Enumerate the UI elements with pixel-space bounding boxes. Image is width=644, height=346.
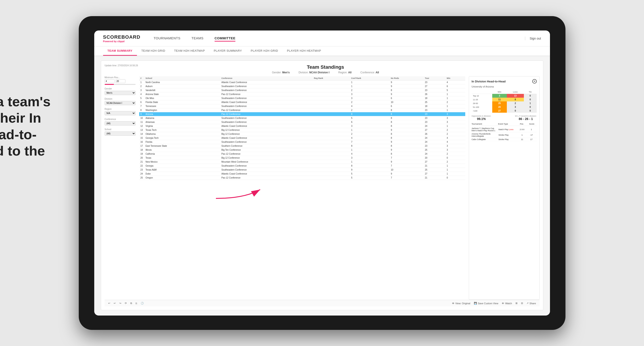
cell-conf: 5 — [350, 176, 389, 180]
cell-win: 4 — [445, 140, 465, 144]
undo2-button[interactable]: ↩ — [114, 302, 116, 305]
cell-reg — [312, 108, 350, 112]
table-row[interactable]: 5 Ole Miss Southeastern Conference 3 6 1… — [139, 96, 465, 100]
grid-button[interactable]: ⊟ — [521, 302, 523, 305]
cell-num: 4 — [139, 92, 144, 96]
h2h-close-button[interactable]: ✕ — [532, 79, 537, 84]
table-row[interactable]: 7 Tennessee Southeastern Conference 4 6 … — [139, 104, 465, 108]
table-row[interactable]: 9 Arizona Pac-12 Conference 8 8 23 3 — [139, 112, 465, 116]
cell-win: 1 — [445, 164, 465, 168]
tab-player-summary[interactable]: PLAYER SUMMARY — [209, 46, 246, 56]
tour-score: 17 — [526, 138, 537, 141]
table-row[interactable]: 25 Oregon Pac-12 Conference 5 7 21 0 — [139, 176, 465, 180]
paste-button[interactable]: ⎘ — [136, 302, 137, 305]
logo-title: SCOREBOARD — [103, 34, 140, 40]
cell-reg — [312, 172, 350, 176]
cell-rnds: 7 — [389, 164, 424, 168]
tab-team-summary[interactable]: TEAM SUMMARY — [103, 46, 137, 56]
tab-player-h2h-heatmap[interactable]: PLAYER H2H HEATMAP — [282, 46, 326, 56]
h2h-stats: Opponents in division: 99.1% W-L-T recor… — [472, 115, 537, 121]
table-row[interactable]: 6 Florida State Atlantic Coast Conferenc… — [139, 100, 465, 104]
table-row[interactable]: 23 Texas A&M Southeastern Conference 9 1… — [139, 168, 465, 172]
redo-button[interactable]: ↪ — [119, 302, 121, 305]
panel-meta: Gender: Men's Division: NCAA Division I … — [138, 71, 513, 74]
tour-pos: 2-3-0 — [519, 128, 525, 131]
h2h-cell-label: Top 10 — [472, 94, 492, 98]
cell-win: 3 — [445, 116, 465, 120]
cell-win: 3 — [445, 112, 465, 116]
sign-out-button[interactable]: Sign out — [525, 37, 541, 40]
table-row[interactable]: 11 Arkansas Southeastern Conference 6 8 … — [139, 120, 465, 124]
cell-conf: 7 — [350, 140, 389, 144]
table-row[interactable]: 18 Illinois Big Ten Conference 1 9 25 3 — [139, 148, 465, 152]
cell-win: 5 — [445, 88, 465, 92]
table-row[interactable]: 16 Florida Southeastern Conference 7 9 2… — [139, 140, 465, 144]
cell-rnds: 8 — [389, 88, 424, 92]
table-row[interactable]: 3 Vanderbilt Southeastern Conference 2 8… — [139, 88, 465, 92]
tab-team-h2h-grid[interactable]: TEAM H2H GRID — [137, 46, 170, 56]
filter-min-rounds-label: Minimum Rou... — [105, 76, 136, 79]
watch-button[interactable]: 👁 Watch — [502, 302, 512, 305]
cell-school: Texas A&M — [144, 168, 220, 172]
cell-num: 10 — [139, 116, 144, 120]
filter-school-select[interactable]: (All) — [105, 132, 136, 136]
cell-tour: 23 — [424, 108, 446, 112]
standings-table: # School Conference Reg Rank Conf Rank N… — [139, 76, 465, 180]
table-row[interactable]: 24 Duke Atlantic Coast Conference 5 9 27… — [139, 172, 465, 176]
table-row[interactable]: 8 Washington Pac-12 Conference 2 8 23 1 — [139, 108, 465, 112]
cell-conf: 3 — [350, 92, 389, 96]
cell-num: 1 — [139, 80, 144, 84]
refresh-button[interactable]: ⟳ — [125, 302, 127, 305]
cell-tour: 23 — [424, 144, 446, 148]
filter-min-rounds: Minimum Rou... — [105, 76, 136, 85]
h2h-row: >100 27 0 0 — [472, 109, 537, 113]
cell-num: 6 — [139, 100, 144, 104]
view-original-button[interactable]: 👁 View: Original — [452, 302, 470, 305]
cell-rnds: 8 — [389, 152, 424, 156]
copy-button[interactable]: ⧉ — [130, 302, 132, 305]
cell-conference: Southeastern Conference — [220, 84, 312, 88]
table-row[interactable]: 13 Texas Tech Big 12 Conference 1 9 27 2 — [139, 128, 465, 132]
nav-teams[interactable]: TEAMS — [191, 35, 203, 41]
table-row[interactable]: 2 Auburn Southeastern Conference 1 9 27 … — [139, 84, 465, 88]
cell-reg — [312, 80, 350, 84]
table-row[interactable]: 10 Alabama Southeastern Conference 5 8 2… — [139, 116, 465, 120]
nav-committee[interactable]: COMMITTEE — [214, 35, 236, 41]
undo-button[interactable]: ↩ — [108, 302, 110, 305]
tab-team-h2h-heatmap[interactable]: TEAM H2H HEATMAP — [170, 46, 209, 56]
cell-conf: 1 — [350, 84, 389, 88]
table-row[interactable]: 20 Texas Big 12 Conference 3 7 20 0 — [139, 156, 465, 160]
h2h-cell-win: 20 — [492, 105, 507, 109]
table-row[interactable]: 14 Oklahoma Big 12 Conference 2 8 26 2 — [139, 132, 465, 136]
cell-conference: Southeastern Conference — [220, 116, 312, 120]
cell-tour: 18 — [424, 96, 446, 100]
table-row[interactable]: 22 Georgia Southeastern Conference 8 7 2… — [139, 164, 465, 168]
table-row[interactable]: 17 East Tennessee State Southern Confere… — [139, 144, 465, 148]
filter-gender-select[interactable]: Men's — [105, 91, 136, 95]
share-button[interactable]: ↗ Share — [526, 302, 536, 305]
tour-pos: 1 — [519, 134, 525, 136]
table-row[interactable]: 19 California Pac-12 Conference 4 8 24 2 — [139, 152, 465, 156]
cell-tour: 23 — [424, 116, 446, 120]
table-row[interactable]: 15 Georgia Tech Atlantic Coast Conferenc… — [139, 136, 465, 140]
filter-min-rounds-input2[interactable] — [116, 79, 126, 83]
layout-button[interactable]: ⊞ — [516, 302, 518, 305]
nav-tournaments[interactable]: TOURNAMENTS — [154, 35, 180, 41]
filter-division-select[interactable]: NCAA Division I — [105, 101, 136, 105]
filter-conference-select[interactable]: (All) — [105, 121, 136, 126]
table-row[interactable]: 12 Virginia Atlantic Coast Conference 3 … — [139, 124, 465, 128]
tab-player-h2h-grid[interactable]: PLAYER H2H GRID — [246, 46, 282, 56]
filter-min-rounds-input1[interactable] — [105, 79, 114, 83]
cell-win: 2 — [445, 100, 465, 104]
save-custom-button[interactable]: 💾 Save Custom View — [474, 302, 498, 305]
table-row[interactable]: 4 Arizona State Pac-12 Conference 3 9 26… — [139, 92, 465, 96]
cell-tour: 25 — [424, 148, 446, 152]
table-row[interactable]: 21 New Mexico Mountain West Conference 1… — [139, 160, 465, 164]
tour-score: 1 — [526, 128, 537, 131]
filter-region-select[interactable]: N/A — [105, 111, 136, 115]
clock-button[interactable]: 🕐 — [141, 302, 144, 305]
cell-reg — [312, 144, 350, 148]
update-time: Update time: 27/03/2024 16:56:26 — [105, 64, 138, 67]
cell-conf: 8 — [350, 112, 389, 116]
table-row[interactable]: 1 North Carolina Atlantic Coast Conferen… — [139, 80, 465, 84]
